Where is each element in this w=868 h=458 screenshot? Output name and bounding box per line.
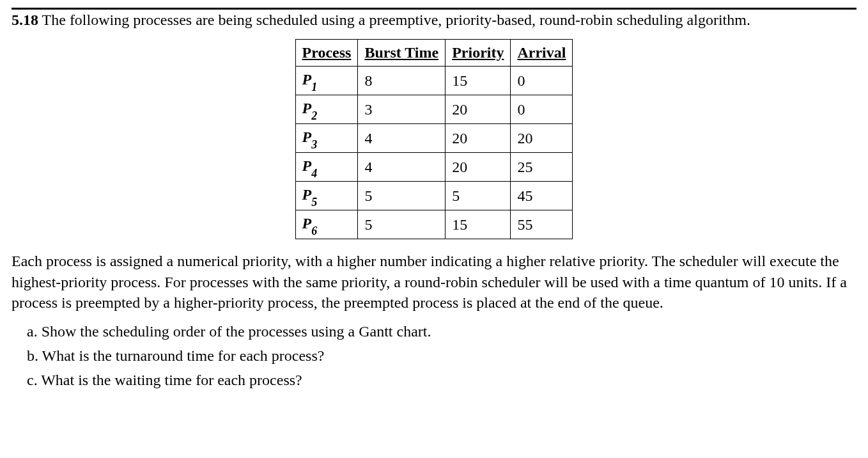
cell-burst: 5 <box>358 182 446 210</box>
table-row: P5 5 5 45 <box>295 182 573 210</box>
cell-process: P3 <box>295 123 358 152</box>
subquestion-b: b. What is the turnaround time for each … <box>27 345 856 366</box>
intro-text: The following processes are being schedu… <box>38 12 750 28</box>
explanation-text: Each process is assigned a numerical pri… <box>12 251 856 313</box>
cell-arrival: 0 <box>511 95 573 123</box>
table-row: P4 4 20 25 <box>295 153 573 182</box>
table-header-row: Process Burst Time Priority Arrival <box>295 40 573 66</box>
cell-process: P2 <box>295 95 358 123</box>
cell-process: P6 <box>295 210 358 239</box>
process-table: Process Burst Time Priority Arrival P1 8… <box>295 39 573 239</box>
table-row: P6 5 15 55 <box>295 210 573 239</box>
cell-arrival: 55 <box>511 210 573 239</box>
cell-priority: 15 <box>446 210 511 239</box>
header-arrival: Arrival <box>511 40 573 66</box>
question-number: 5.18 <box>12 12 38 28</box>
cell-burst: 8 <box>358 66 446 95</box>
cell-process: P4 <box>295 153 358 182</box>
cell-burst: 3 <box>358 95 446 123</box>
cell-arrival: 20 <box>511 123 573 152</box>
question-container: 5.18 The following processes are being s… <box>12 8 856 391</box>
cell-priority: 20 <box>446 153 511 182</box>
table-row: P3 4 20 20 <box>295 123 573 152</box>
subquestion-c: c. What is the waiting time for each pro… <box>27 370 856 390</box>
header-process: Process <box>295 40 358 66</box>
subquestion-a: a. Show the scheduling order of the proc… <box>27 321 856 342</box>
header-burst: Burst Time <box>358 40 446 66</box>
cell-arrival: 0 <box>511 66 573 95</box>
cell-priority: 15 <box>446 66 511 95</box>
header-priority: Priority <box>446 40 511 66</box>
cell-burst: 4 <box>358 153 446 182</box>
question-intro: 5.18 The following processes are being s… <box>12 10 856 30</box>
cell-priority: 20 <box>446 95 511 123</box>
cell-burst: 4 <box>358 123 446 152</box>
cell-priority: 5 <box>446 182 511 210</box>
cell-arrival: 25 <box>511 153 573 182</box>
cell-priority: 20 <box>446 123 511 152</box>
cell-process: P1 <box>295 66 358 95</box>
cell-arrival: 45 <box>511 182 573 210</box>
cell-burst: 5 <box>358 210 446 239</box>
table-row: P2 3 20 0 <box>295 95 573 123</box>
cell-process: P5 <box>295 182 358 210</box>
table-row: P1 8 15 0 <box>295 66 573 95</box>
